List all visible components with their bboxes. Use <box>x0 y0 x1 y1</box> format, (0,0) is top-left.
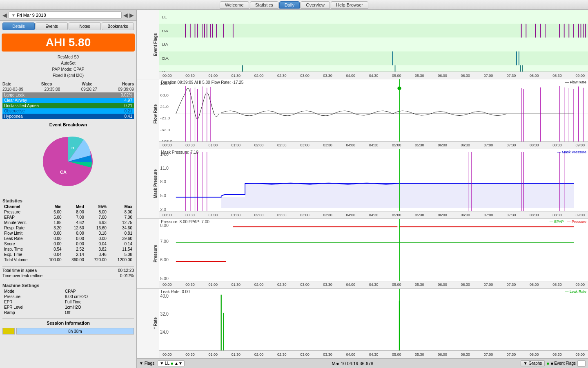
leak-rate-time-axis: 00:0000:3001:0001:3002:0002:3003:0003:30… <box>159 350 588 358</box>
mask-pressure-area: Mask Pressure: 7.10 — Mask Pressure 14.0… <box>159 149 588 218</box>
ahi-value: AHI 5.80 <box>3 36 133 49</box>
timestamp-display: Mar 10 04:19:36.678 <box>188 361 517 366</box>
leak-rate-y-label: * Rate <box>153 317 158 329</box>
leak-rate-y-label-col: * Rate <box>137 289 159 358</box>
details-button[interactable]: Details <box>2 22 35 30</box>
ll-dropdown[interactable]: ▼ LL ■ ▲▼ <box>158 360 185 366</box>
stat-row: Pressure6.008.008.008.00 <box>2 209 134 215</box>
event-hypopnea[interactable]: Hypopnea0.41 <box>2 114 134 119</box>
machine-row: EPRFull Time <box>2 299 134 305</box>
pressure-y-label-col: Pressure <box>137 219 159 288</box>
svg-text:6.00: 6.00 <box>160 257 168 263</box>
svg-rect-3 <box>159 38 588 52</box>
session-info-label: Session Information <box>0 320 136 326</box>
session-yellow-block <box>2 328 15 334</box>
flow-rate-y-label-col: Flow Rate <box>137 79 159 148</box>
session-bar: 8h 38m <box>2 328 134 334</box>
flow-rate-chart: Flow Rate Duration 09:39:09 AHI 5.80 Flo… <box>137 79 588 149</box>
svg-text:32.0: 32.0 <box>160 311 169 317</box>
notes-button[interactable]: Notes <box>69 22 101 30</box>
flow-rate-svg: 105.0 63.0 21.0 -21.0 -63.0 -105.0 <box>159 79 588 148</box>
total-leak-row: Time over leak redline 0.017% <box>0 273 136 278</box>
device-info: ResMed S9 AutoSet PAP Mode: CPAP Fixed 8… <box>0 53 136 79</box>
svg-text:63.0: 63.0 <box>160 93 169 97</box>
pressure-svg: 8.00 7.00 6.00 5.00 <box>159 219 588 288</box>
statistics-table: Channel Min Med 95% Max Pressure6.008.00… <box>2 204 134 263</box>
stat-row: Exp. Time0.042.143.465.08 <box>2 252 134 257</box>
svg-text:-63.0: -63.0 <box>160 128 170 132</box>
stat-row: Tidal Volume100.00360.00720.001200.00 <box>2 257 134 263</box>
pressure-header: Pressure: 8.00 EPAP: 7.00 <box>161 220 209 224</box>
pressure-y-label: Pressure <box>153 245 158 263</box>
machine-settings-label: Machine Settings <box>2 283 134 288</box>
events-button[interactable]: Events <box>36 22 68 30</box>
machine-table: ModeCPAPPressure8.00 cmH2OEPRFull TimeEP… <box>2 289 134 315</box>
machine-row: Pressure8.00 cmH2O <box>2 294 134 299</box>
tab-bar: Welcome Statistics Daily Overview Help B… <box>0 0 588 10</box>
event-large-leak[interactable]: Large Leak0.02% <box>2 92 134 98</box>
svg-text:-21.0: -21.0 <box>160 116 170 121</box>
session-progress-bar: 8h 38m <box>16 328 134 334</box>
next-day-button[interactable]: ▶ <box>129 12 134 18</box>
date-dropdown[interactable]: ▼ Fri Mar 9 2018 <box>9 11 122 19</box>
stat-row: Resp. Rate3.2012.6016.6034.60 <box>2 225 134 231</box>
event-flags-dot: ■ <box>546 361 549 366</box>
leak-rate-svg: 40.0 32.0 24.0 <box>159 289 588 358</box>
pressure-legend: — EPAP — Pressure <box>550 220 586 224</box>
machine-row: RampOff <box>2 310 134 315</box>
svg-text:UA: UA <box>162 43 169 47</box>
events-table: Large Leak0.02% Clear Airway4.97 Unclass… <box>2 92 134 119</box>
graphs-button[interactable]: ▼ Graphs <box>521 360 545 366</box>
mask-pressure-y-label-col: Mask Pressure <box>137 149 159 218</box>
svg-text:OA: OA <box>162 56 169 61</box>
svg-text:CA: CA <box>162 29 169 33</box>
event-unclassified-apnea[interactable]: Unclassified Apnea0.21 <box>2 103 134 108</box>
stat-row: Insp. Time0.542.523.8211.54 <box>2 247 134 252</box>
flags-label[interactable]: ▼ Flags <box>139 361 154 366</box>
prev-day-button[interactable]: ◀ <box>123 12 128 18</box>
bookmarks-button[interactable]: Bookmarks <box>102 22 134 30</box>
pressure-area: Pressure: 8.00 EPAP: 7.00 — EPAP — Press… <box>159 219 588 288</box>
tab-daily[interactable]: Daily <box>279 1 300 9</box>
pie-section: Event Breakdown CA H <box>0 121 136 197</box>
date-stats: Date Sleep Wake Hours 2018-03-09 23:35:0… <box>0 79 136 121</box>
leak-rate-legend: — Leak Rate <box>565 289 586 294</box>
leak-rate-chart: * Rate Leak Rate: 0.00 — Leak Rate 40.0 … <box>137 289 588 358</box>
bottom-bar-right: ▼ Graphs ■ ■ Event Flags <box>521 360 586 367</box>
machine-settings: Machine Settings ModeCPAPPressure8.00 cm… <box>0 281 136 317</box>
svg-text:24.0: 24.0 <box>160 329 169 335</box>
nav-date: Fri Mar 9 2018 <box>17 13 46 18</box>
event-clear-airway[interactable]: Clear Airway4.97 <box>2 98 134 103</box>
svg-text:5.00: 5.00 <box>160 276 168 281</box>
event-flags-svg: LL CA UA OA H <box>159 10 588 79</box>
mask-pressure-y-label: Mask Pressure <box>153 169 158 198</box>
back-button[interactable]: ◀ <box>2 12 7 18</box>
expand-button[interactable] <box>577 360 586 367</box>
tab-statistics[interactable]: Statistics <box>250 1 278 9</box>
stat-row: Leak Rate0.000.000.0039.60 <box>2 236 134 241</box>
svg-text:7.00: 7.00 <box>160 238 168 244</box>
event-flags-y-label-col: Event Flags <box>137 10 159 79</box>
ahi-box: AHI 5.80 <box>2 34 135 52</box>
event-flags-y-label: Event Flags <box>153 33 158 56</box>
event-obstructive[interactable]: Obstructive0.21 <box>2 108 134 114</box>
leak-rate-area: Leak Rate: 0.00 — Leak Rate 40.0 32.0 24… <box>159 289 588 358</box>
svg-text:11.0: 11.0 <box>160 165 168 171</box>
svg-text:LL: LL <box>162 15 167 19</box>
nav-bar: ◀ ▼ Fri Mar 9 2018 ◀ ▶ <box>0 10 136 21</box>
svg-text:5.0: 5.0 <box>160 193 166 198</box>
tab-welcome[interactable]: Welcome <box>220 1 249 9</box>
event-flags-label: ■ Event Flags <box>550 361 576 366</box>
mask-pressure-legend: — Mask Pressure <box>557 150 586 154</box>
mask-pressure-chart: Mask Pressure Mask Pressure: 7.10 — Mask… <box>137 149 588 219</box>
flow-rate-header: Duration 09:39:09 AHI 5.80 Flow Rate: -1… <box>161 80 243 85</box>
event-flags-time-axis: 00:0000:3001:0001:3002:0002:3003:0003:30… <box>159 72 588 79</box>
tab-help-browser[interactable]: Help Browser <box>331 1 368 9</box>
main-layout: ◀ ▼ Fri Mar 9 2018 ◀ ▶ Details Events No… <box>0 10 588 368</box>
pressure-chart: Pressure Pressure: 8.00 EPAP: 7.00 — EPA… <box>137 219 588 288</box>
tab-overview[interactable]: Overview <box>301 1 330 9</box>
bottom-bar: ▼ Flags ▼ LL ■ ▲▼ Mar 10 04:19:36.678 ▼ … <box>137 358 588 368</box>
pie-chart: CA H <box>36 129 101 194</box>
svg-text:8.0: 8.0 <box>160 179 166 184</box>
pressure-time-axis: 00:0000:3001:0001:3002:0002:3003:0003:30… <box>159 281 588 288</box>
